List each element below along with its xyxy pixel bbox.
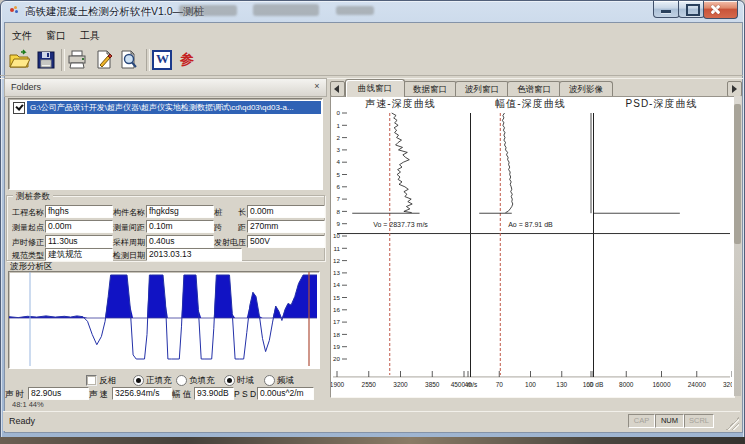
save-button[interactable]	[33, 47, 59, 73]
param-label: 检测日期	[113, 250, 145, 261]
param-char-icon: 参	[180, 51, 194, 69]
param-input[interactable]: 建筑规范	[45, 248, 113, 261]
depth-tick-label: 0	[337, 109, 341, 116]
depth-tick-label: 3	[337, 146, 341, 153]
maximize-icon	[686, 4, 700, 16]
floppy-icon	[35, 49, 57, 71]
scrollbar-thumb[interactable]	[734, 104, 741, 244]
tab-scroll-left-button[interactable]	[330, 81, 345, 97]
pile-params-group: 测桩参数 工程名称fhghs构件名称fhgkdsg桩 长0.00m测量起点0.0…	[6, 195, 325, 261]
caps-indicator: CAP	[628, 414, 655, 428]
x-tick-label: 160 dB	[583, 381, 604, 388]
menu-item-tools[interactable]: 工具	[76, 27, 104, 45]
curve-chart-area[interactable]: 01234567891011121314151617181920声速-深度曲线1…	[330, 96, 735, 398]
param-input[interactable]: 0.00m	[247, 205, 325, 218]
param-input[interactable]: 0.10m	[146, 220, 214, 233]
param-label: 规范类型	[12, 250, 44, 261]
right-arrow-icon	[732, 85, 737, 93]
fill-negative-radio[interactable]	[176, 375, 187, 386]
menu-item-window[interactable]: 窗口	[42, 27, 70, 45]
amplitude-label: 幅 值	[172, 389, 191, 401]
folder-list-item[interactable]: G:\公司产品设计开发\超声仪器\超声仪实地检测数据调试\cd\qd03\qd0…	[10, 101, 321, 114]
close-button[interactable]	[703, 1, 738, 19]
freq-domain-label: 频域	[277, 375, 294, 387]
x-tick-label: 32000	[723, 381, 732, 388]
depth-curve	[502, 113, 512, 213]
parameters-button[interactable]: 参	[175, 47, 201, 73]
x-tick-label: 1900	[331, 381, 345, 388]
depth-tick-label: 14	[333, 281, 340, 288]
tab-3[interactable]: 波列窗口	[455, 81, 509, 96]
minimize-button[interactable]	[653, 1, 680, 18]
depth-tick-label: 9	[337, 220, 341, 227]
param-input[interactable]: fhghs	[45, 205, 113, 218]
param-label: 跨 距	[214, 222, 246, 233]
chart-title: 声速-深度曲线	[365, 98, 435, 109]
tab-5[interactable]: 波列影像	[559, 81, 613, 96]
chart-scrollbar[interactable]	[734, 96, 741, 396]
item-path: G:\公司产品设计开发\超声仪器\超声仪实地检测数据调试\cd\qd03\qd0…	[27, 101, 321, 114]
param-input[interactable]: 0.00m	[45, 220, 113, 233]
depth-curve	[392, 113, 413, 213]
sound-velocity-field[interactable]: 3256.94m/s	[112, 387, 172, 400]
x-tick-label: 24000	[688, 381, 706, 388]
print-preview-button[interactable]	[116, 47, 142, 73]
folders-close-icon[interactable]: ×	[311, 81, 323, 93]
x-tick-label: 2550	[362, 381, 377, 388]
time-domain-radio[interactable]	[224, 375, 235, 386]
word-export-button[interactable]: W	[149, 47, 175, 73]
freq-domain-radio[interactable]	[264, 375, 275, 386]
open-file-button[interactable]	[6, 47, 32, 73]
tab-1[interactable]: 曲线窗口	[345, 79, 405, 97]
depth-tick-label: 2	[337, 134, 341, 141]
sound-time-field[interactable]: 82.90us	[28, 387, 89, 400]
page-magnifier-icon	[118, 49, 140, 71]
x-tick-label: 3200	[393, 381, 408, 388]
waveform-fill	[9, 275, 317, 318]
param-input[interactable]: 11.30us	[45, 235, 113, 248]
depth-tick-label: 19	[333, 343, 340, 350]
param-input[interactable]: 500V	[247, 235, 325, 248]
scroll-indicator: SCRL	[684, 414, 714, 428]
tab-scroll-right-button[interactable]	[727, 81, 742, 97]
psd-label: P S D	[234, 389, 256, 399]
waveform-canvas[interactable]	[8, 271, 320, 369]
chart-title: PSD-深度曲线	[626, 98, 698, 109]
param-label: 测量起点	[12, 222, 44, 233]
resize-grip[interactable]	[726, 417, 739, 430]
depth-tick-label: 12	[333, 257, 340, 264]
printer-icon	[66, 49, 88, 71]
x-tick-label: 70	[496, 381, 504, 388]
depth-tick-label: 1	[337, 122, 341, 129]
x-tick-label: 3850	[425, 381, 440, 388]
psd-field[interactable]: 0.00us^2/m	[257, 387, 314, 400]
window-title: 高铁建混凝土检测分析软件V1.0—测桩	[25, 5, 204, 19]
fill-positive-radio[interactable]	[133, 375, 144, 386]
clipped-text: 48:1 44%	[12, 400, 92, 407]
param-input[interactable]: 2013.03.13	[146, 248, 242, 261]
item-checkbox[interactable]	[13, 102, 25, 114]
amplitude-field[interactable]: 93.90dB	[194, 387, 234, 400]
left-arrow-icon	[334, 85, 339, 93]
param-input[interactable]: fhgkdsg	[146, 205, 214, 218]
menu-item-file[interactable]: 文件	[8, 27, 36, 45]
x-tick-label: 16000	[652, 381, 670, 388]
depth-tick-label: 15	[333, 294, 340, 301]
print-button[interactable]	[64, 47, 90, 73]
tab-bar: 曲线窗口数据窗口波列窗口色谱窗口波列影像	[328, 79, 742, 96]
param-label: 测量间距	[113, 222, 145, 233]
folder-list[interactable]: G:\公司产品设计开发\超声仪器\超声仪实地检测数据调试\cd\qd03\qd0…	[8, 98, 323, 190]
invert-label: 反相	[99, 375, 116, 387]
param-input[interactable]: 270mm	[247, 220, 325, 233]
tab-2[interactable]: 数据窗口	[403, 81, 457, 96]
param-label: 桩 长	[214, 207, 246, 218]
fill-negative-label: 负填充	[189, 375, 215, 387]
time-domain-label: 时域	[237, 375, 254, 387]
invert-checkbox[interactable]	[86, 375, 97, 386]
tab-4[interactable]: 色谱窗口	[507, 81, 561, 96]
print-setup-button[interactable]	[91, 47, 117, 73]
maximize-button[interactable]	[678, 1, 705, 18]
depth-tick-label: 11	[334, 245, 341, 252]
page-tool-icon	[93, 49, 115, 71]
param-input[interactable]: 0.40us	[146, 235, 214, 248]
